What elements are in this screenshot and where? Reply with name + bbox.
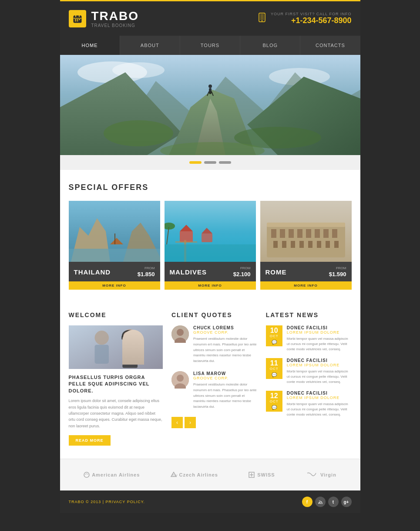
social-googleplus-button[interactable]: g+ bbox=[341, 497, 352, 507]
partner-american-airlines: American Airlines bbox=[84, 472, 140, 478]
welcome-image bbox=[69, 325, 163, 369]
quote-avatar-1 bbox=[171, 325, 189, 343]
quote-company-2: GROOVE CORP. bbox=[193, 376, 257, 380]
contact-info: YOUR FIRST VISIT? CALL FOR INFO +1-234-5… bbox=[271, 12, 352, 25]
welcome-subtitle: PHASELLUS TURPIS ORGRA PELLE SQUE ADIPIS… bbox=[69, 374, 163, 394]
svg-rect-61 bbox=[317, 241, 321, 248]
svg-rect-48 bbox=[271, 229, 276, 238]
slider-dot-2[interactable] bbox=[204, 161, 216, 164]
offer-card-thailand[interactable]: THAILAND FROM $1.850 MORE INFO bbox=[69, 201, 160, 290]
svg-rect-41 bbox=[175, 241, 197, 243]
quote-text-1: Praesent vestibulum molestie dolor nonum… bbox=[193, 336, 257, 364]
quote-item-1: CHUCK LOREMS GROOVE CORP. Praesent vesti… bbox=[171, 325, 257, 364]
nav-item-about[interactable]: ABOUT bbox=[120, 36, 180, 55]
svg-point-25 bbox=[208, 85, 212, 88]
quote-company-1: GROOVE CORP. bbox=[193, 330, 257, 335]
svg-rect-58 bbox=[291, 241, 295, 248]
news-content-3: DONEC FACILISI LOREM IPSUM DOLORE Morbi … bbox=[287, 391, 352, 417]
header-contact: YOUR FIRST VISIT? CALL FOR INFO +1-234-5… bbox=[258, 12, 352, 25]
site-footer: TRABO © 2013 | PRIVACY POLICY. f t g+ bbox=[60, 490, 360, 513]
logo-name: TRABO bbox=[91, 9, 139, 23]
offer-price-maldives: FROM $2.100 bbox=[233, 266, 251, 278]
read-more-button[interactable]: READ MORE bbox=[69, 435, 111, 446]
svg-rect-4 bbox=[77, 19, 78, 20]
nav-item-blog[interactable]: BLOG bbox=[240, 36, 300, 55]
svg-rect-38 bbox=[202, 233, 212, 242]
offer-card-rome[interactable]: ROME FROM $1.590 MORE INFO bbox=[260, 201, 352, 290]
offer-info-maldives: MALDIVES FROM $2.100 bbox=[165, 262, 256, 281]
svg-rect-69 bbox=[121, 336, 124, 340]
social-rss-button[interactable] bbox=[315, 497, 326, 507]
svg-rect-51 bbox=[297, 229, 302, 238]
nav-item-tours[interactable]: TOURS bbox=[180, 36, 240, 55]
news-date-1: 10 OCT 💬 bbox=[266, 325, 282, 346]
logo-icon bbox=[69, 10, 86, 27]
site-header: TRABO TRAVEL BOOKING YOUR FIRST VISIT? C… bbox=[60, 0, 360, 36]
svg-rect-49 bbox=[280, 229, 285, 238]
social-twitter-button[interactable]: t bbox=[328, 497, 339, 507]
svg-rect-50 bbox=[289, 229, 294, 238]
svg-point-77 bbox=[84, 472, 89, 477]
partners-section: American Airlines ČSA Czech Airlines SWI… bbox=[60, 459, 360, 490]
quote-name-1: CHUCK LOREMS bbox=[193, 325, 257, 330]
offer-btn-rome[interactable]: MORE INFO bbox=[260, 281, 352, 290]
slider-dots bbox=[60, 155, 360, 170]
phone-icon bbox=[258, 13, 266, 24]
offer-btn-thailand[interactable]: MORE INFO bbox=[69, 281, 160, 290]
quote-next-button[interactable]: › bbox=[185, 417, 196, 428]
offer-image-maldives bbox=[165, 201, 256, 262]
news-month-1: OCT bbox=[269, 334, 279, 338]
svg-rect-34 bbox=[114, 233, 115, 244]
news-day-1: 10 bbox=[269, 327, 279, 334]
nav-item-contacts[interactable]: CONTACTS bbox=[300, 36, 360, 55]
offer-card-maldives[interactable]: MALDIVES FROM $2.100 MORE INFO bbox=[165, 201, 256, 290]
quote-item-2: LISA MAROW GROOVE CORP. Praesent vestibu… bbox=[171, 371, 257, 410]
svg-rect-5 bbox=[79, 19, 80, 20]
logo-area: TRABO TRAVEL BOOKING bbox=[69, 9, 139, 28]
svg-rect-26 bbox=[209, 88, 212, 94]
news-item-1: 10 OCT 💬 DONEC FACILISI LOREM IPSUM DOLO… bbox=[266, 325, 352, 352]
news-date-3: 12 OCT 💬 bbox=[266, 391, 282, 412]
svg-rect-54 bbox=[323, 229, 329, 238]
svg-rect-6 bbox=[75, 20, 76, 21]
client-quotes-column: CLIENT QUOTES CHUCK LOREMS GROOVE CORP. … bbox=[171, 311, 257, 446]
slider-dot-3[interactable] bbox=[219, 161, 231, 164]
quote-text-2: Praesent vestibulum molestie dolor nonum… bbox=[193, 382, 257, 410]
news-date-2: 11 OCT 💬 bbox=[266, 358, 282, 379]
svg-rect-11 bbox=[260, 14, 264, 20]
social-facebook-button[interactable]: f bbox=[302, 497, 312, 507]
offer-info-rome: ROME FROM $1.590 bbox=[260, 262, 352, 281]
slider-dot-1[interactable] bbox=[189, 161, 202, 164]
svg-rect-56 bbox=[273, 241, 278, 248]
latest-news-column: LATEST NEWS 10 OCT 💬 DONEC FACILISI LORE… bbox=[266, 311, 352, 446]
news-month-2: OCT bbox=[269, 367, 279, 371]
news-link-2[interactable]: LOREM IPSUM DOLORE bbox=[287, 363, 352, 367]
news-link-3[interactable]: LOREM IPSUM DOLORE bbox=[287, 396, 352, 400]
news-link-1[interactable]: LOREM IPSUM DOLORE bbox=[287, 330, 352, 335]
offer-image-rome bbox=[260, 201, 352, 262]
quote-prev-button[interactable]: ‹ bbox=[171, 417, 183, 428]
svg-rect-47 bbox=[267, 223, 345, 227]
news-text-2: Morbi tempor quam vel massa adipiscin ut… bbox=[287, 369, 352, 385]
news-text-1: Morbi tempor quam vel massa adipiscin ut… bbox=[287, 336, 352, 352]
svg-rect-62 bbox=[326, 241, 330, 248]
logo-subtitle: TRAVEL BOOKING bbox=[91, 23, 139, 28]
news-icon-2: 💬 bbox=[269, 372, 279, 377]
news-text-3: Morbi tempor quam vel massa adipiscin ut… bbox=[287, 402, 352, 417]
svg-rect-53 bbox=[315, 229, 320, 238]
quote-name-2: LISA MAROW bbox=[193, 371, 257, 376]
svg-point-65 bbox=[94, 331, 108, 345]
footer-copyright: TRABO © 2013 | PRIVACY POLICY. bbox=[69, 500, 145, 504]
nav-item-home[interactable]: HOME bbox=[60, 36, 120, 55]
quote-avatar-2 bbox=[171, 371, 189, 389]
hero-section bbox=[60, 55, 360, 155]
svg-point-22 bbox=[104, 120, 173, 146]
offer-btn-maldives[interactable]: MORE INFO bbox=[165, 281, 256, 290]
svg-rect-57 bbox=[282, 241, 286, 248]
news-title-3: DONEC FACILISI bbox=[287, 391, 352, 396]
quote-content-1: CHUCK LOREMS GROOVE CORP. Praesent vesti… bbox=[193, 325, 257, 364]
svg-point-72 bbox=[177, 329, 184, 336]
special-offers-title: SPECIAL OFFERS bbox=[69, 183, 352, 192]
partner-czech-airlines: ČSA Czech Airlines bbox=[170, 471, 218, 478]
special-offers-section: SPECIAL OFFERS bbox=[60, 170, 360, 303]
